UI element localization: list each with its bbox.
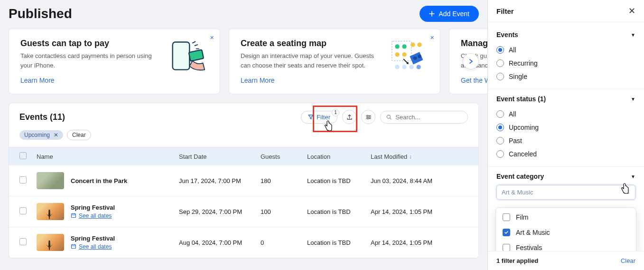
filter-label: Filter [317,114,330,121]
plus-icon [429,11,435,17]
radio-option[interactable]: All [496,43,635,57]
get-the-link[interactable]: Get the W [461,77,487,84]
dropdown-option[interactable]: Festivals [496,240,636,251]
table-row[interactable]: Concert in the Park Jun 17, 2024, 7:00 P… [9,165,478,196]
radio-option[interactable]: Upcoming [496,121,635,134]
radio-icon [496,137,504,145]
svg-point-7 [411,42,415,47]
dropdown-option[interactable]: Film [496,210,636,225]
cell-start-date: Aug 04, 2024, 7:00 PM [179,239,261,246]
svg-point-13 [409,65,413,69]
radio-icon [496,59,504,67]
event-name: Spring Festival [71,235,115,242]
option-label: Festivals [516,244,542,251]
col-name[interactable]: Name [37,153,179,160]
event-thumbnail [37,203,64,220]
col-guests[interactable]: Guests [261,153,307,160]
calendar-icon [71,243,76,251]
promo-card-seating-map: × Create a seating map Design an interac… [229,29,440,94]
chevron-right-icon [468,58,473,64]
promo-title: Create a seating map [241,39,382,48]
radio-label: Past [509,137,522,145]
carousel-next-button[interactable] [463,53,479,69]
checkbox-icon [503,213,510,221]
row-checkbox[interactable] [19,238,27,245]
learn-more-link[interactable]: Learn More [241,77,275,84]
radio-option[interactable]: Past [496,134,635,147]
filter-chip-upcoming[interactable]: Upcoming ✕ [19,130,63,140]
clear-filters-chip[interactable]: Clear [67,130,91,140]
col-location[interactable]: Location [307,153,371,160]
promo-cards-row: × Guests can tap to pay Take contactless… [9,29,479,94]
cell-location: Location is TBD [307,239,371,246]
radio-option[interactable]: Canceled [496,147,635,161]
cell-last-modified: Apr 14, 2024, 1:05 PM [371,208,468,215]
see-all-dates-link[interactable]: See all dates [79,243,112,250]
events-panel: Events (11) Filter 1 [9,103,479,259]
promo-desc: Take contactless card payments in person… [20,51,161,70]
filter-panel-body: Events ▼ AllRecurringSingle Event status… [488,22,644,251]
svg-rect-0 [173,42,190,70]
cell-guests: 0 [261,239,307,246]
see-all-dates-link[interactable]: See all dates [79,212,112,219]
filter-section-status: Event status (1) ▼ AllUpcomingPastCancel… [488,89,644,167]
filter-panel-footer: 1 filter applied Clear [488,251,644,270]
add-event-button[interactable]: Add Event [420,6,479,22]
table-row[interactable]: Spring Festival See all dates Aug 04, 20… [9,227,478,258]
events-header: Events (11) Filter 1 [9,103,478,124]
svg-point-4 [402,44,406,48]
event-name: Spring Festival [71,204,115,211]
calendar-icon [71,212,76,220]
radio-option[interactable]: Recurring [496,57,635,70]
export-button[interactable] [342,110,356,124]
radio-label: All [509,110,516,118]
cell-location: Location is TBD [307,208,371,215]
filter-section-title[interactable]: Events ▼ [496,31,635,39]
radio-label: All [509,46,516,54]
radio-option[interactable]: All [496,107,635,121]
filter-button[interactable]: Filter 1 [301,111,337,124]
chevron-down-icon: ⌄ [626,189,630,195]
close-icon[interactable]: ✕ [628,6,635,16]
search-input[interactable] [395,114,462,121]
radio-icon [496,46,504,54]
close-icon[interactable]: × [210,34,214,41]
chevron-down-icon: ▼ [631,174,635,179]
radio-icon [496,73,504,80]
filter-section-title[interactable]: Event status (1) ▼ [496,95,635,103]
add-event-label: Add Event [439,10,469,18]
col-last-modified[interactable]: Last Modified ↓ [371,153,468,160]
filter-panel-title: Filter [496,7,514,15]
settings-button[interactable] [361,110,375,124]
col-start-date[interactable]: Start Date [179,153,261,160]
clear-filter-link[interactable]: Clear [621,257,635,264]
row-checkbox[interactable] [19,176,27,183]
radio-icon [496,110,504,118]
see-all-dates: See all dates [71,243,115,251]
search-field[interactable] [380,111,468,124]
chip-label: Upcoming [24,132,50,138]
tap-to-pay-illustration [168,39,208,74]
page-title: Published [9,6,72,21]
category-select[interactable]: Art & Music ⌄ [496,185,635,200]
radio-label: Recurring [509,59,538,67]
close-icon[interactable]: ✕ [54,132,58,138]
learn-more-link[interactable]: Learn More [20,77,55,84]
event-name: Concert in the Park [71,177,127,184]
dropdown-option[interactable]: Art & Music [496,225,636,240]
page-header: Published Add Event [9,6,479,22]
chevron-down-icon: ▼ [631,32,635,38]
filter-section-title[interactable]: Event category ▼ [496,173,635,180]
upload-icon [346,114,353,120]
row-checkbox[interactable] [19,207,27,214]
close-icon[interactable]: × [430,34,434,41]
svg-point-10 [418,55,421,58]
cell-guests: 180 [261,177,307,184]
checkbox-icon [503,244,510,251]
table-row[interactable]: Spring Festival See all dates Sep 29, 20… [9,196,478,227]
select-all-checkbox[interactable] [19,152,27,159]
radio-icon [496,124,504,131]
svg-point-8 [417,42,421,47]
radio-option[interactable]: Single [496,70,635,83]
filter-icon [308,114,314,120]
